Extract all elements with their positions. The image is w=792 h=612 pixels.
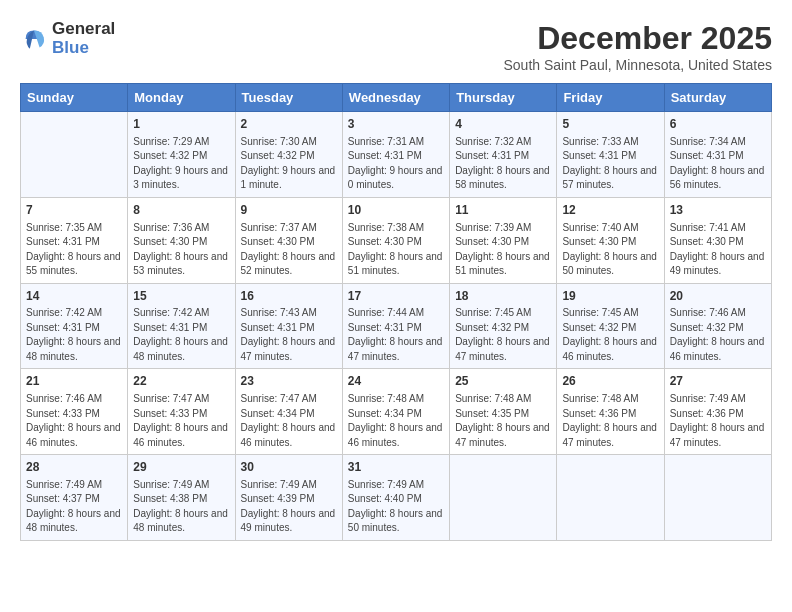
day-number: 20 <box>670 288 766 305</box>
calendar-week-row: 14Sunrise: 7:42 AMSunset: 4:31 PMDayligh… <box>21 283 772 369</box>
calendar-cell: 12Sunrise: 7:40 AMSunset: 4:30 PMDayligh… <box>557 197 664 283</box>
day-number: 4 <box>455 116 551 133</box>
day-number: 21 <box>26 373 122 390</box>
calendar-header: SundayMondayTuesdayWednesdayThursdayFrid… <box>21 84 772 112</box>
calendar-cell: 21Sunrise: 7:46 AMSunset: 4:33 PMDayligh… <box>21 369 128 455</box>
calendar-cell: 27Sunrise: 7:49 AMSunset: 4:36 PMDayligh… <box>664 369 771 455</box>
calendar-day-header: Friday <box>557 84 664 112</box>
calendar-title-block: December 2025 South Saint Paul, Minnesot… <box>504 20 773 73</box>
day-number: 26 <box>562 373 658 390</box>
day-number: 3 <box>348 116 444 133</box>
day-number: 23 <box>241 373 337 390</box>
logo-line1: General <box>52 20 115 39</box>
calendar-cell: 24Sunrise: 7:48 AMSunset: 4:34 PMDayligh… <box>342 369 449 455</box>
day-info: Sunrise: 7:37 AMSunset: 4:30 PMDaylight:… <box>241 221 337 279</box>
day-info: Sunrise: 7:48 AMSunset: 4:35 PMDaylight:… <box>455 392 551 450</box>
day-info: Sunrise: 7:48 AMSunset: 4:34 PMDaylight:… <box>348 392 444 450</box>
calendar-cell: 20Sunrise: 7:46 AMSunset: 4:32 PMDayligh… <box>664 283 771 369</box>
day-number: 6 <box>670 116 766 133</box>
calendar-cell: 11Sunrise: 7:39 AMSunset: 4:30 PMDayligh… <box>450 197 557 283</box>
calendar-table: SundayMondayTuesdayWednesdayThursdayFrid… <box>20 83 772 541</box>
day-number: 19 <box>562 288 658 305</box>
calendar-cell: 14Sunrise: 7:42 AMSunset: 4:31 PMDayligh… <box>21 283 128 369</box>
day-number: 1 <box>133 116 229 133</box>
day-info: Sunrise: 7:46 AMSunset: 4:33 PMDaylight:… <box>26 392 122 450</box>
calendar-title: December 2025 <box>504 20 773 57</box>
day-info: Sunrise: 7:35 AMSunset: 4:31 PMDaylight:… <box>26 221 122 279</box>
day-number: 13 <box>670 202 766 219</box>
day-info: Sunrise: 7:39 AMSunset: 4:30 PMDaylight:… <box>455 221 551 279</box>
day-info: Sunrise: 7:33 AMSunset: 4:31 PMDaylight:… <box>562 135 658 193</box>
calendar-day-header: Saturday <box>664 84 771 112</box>
calendar-cell: 10Sunrise: 7:38 AMSunset: 4:30 PMDayligh… <box>342 197 449 283</box>
day-info: Sunrise: 7:38 AMSunset: 4:30 PMDaylight:… <box>348 221 444 279</box>
day-number: 10 <box>348 202 444 219</box>
day-number: 11 <box>455 202 551 219</box>
day-number: 14 <box>26 288 122 305</box>
calendar-subtitle: South Saint Paul, Minnesota, United Stat… <box>504 57 773 73</box>
day-number: 16 <box>241 288 337 305</box>
day-info: Sunrise: 7:43 AMSunset: 4:31 PMDaylight:… <box>241 306 337 364</box>
calendar-cell: 4Sunrise: 7:32 AMSunset: 4:31 PMDaylight… <box>450 112 557 198</box>
day-info: Sunrise: 7:48 AMSunset: 4:36 PMDaylight:… <box>562 392 658 450</box>
day-number: 18 <box>455 288 551 305</box>
calendar-day-header: Tuesday <box>235 84 342 112</box>
calendar-day-header: Sunday <box>21 84 128 112</box>
day-info: Sunrise: 7:49 AMSunset: 4:40 PMDaylight:… <box>348 478 444 536</box>
day-info: Sunrise: 7:49 AMSunset: 4:38 PMDaylight:… <box>133 478 229 536</box>
day-info: Sunrise: 7:49 AMSunset: 4:36 PMDaylight:… <box>670 392 766 450</box>
day-info: Sunrise: 7:29 AMSunset: 4:32 PMDaylight:… <box>133 135 229 193</box>
day-number: 27 <box>670 373 766 390</box>
day-number: 30 <box>241 459 337 476</box>
calendar-cell: 7Sunrise: 7:35 AMSunset: 4:31 PMDaylight… <box>21 197 128 283</box>
calendar-cell: 13Sunrise: 7:41 AMSunset: 4:30 PMDayligh… <box>664 197 771 283</box>
calendar-cell: 5Sunrise: 7:33 AMSunset: 4:31 PMDaylight… <box>557 112 664 198</box>
day-info: Sunrise: 7:42 AMSunset: 4:31 PMDaylight:… <box>26 306 122 364</box>
day-number: 8 <box>133 202 229 219</box>
day-number: 29 <box>133 459 229 476</box>
calendar-cell: 8Sunrise: 7:36 AMSunset: 4:30 PMDaylight… <box>128 197 235 283</box>
calendar-week-row: 1Sunrise: 7:29 AMSunset: 4:32 PMDaylight… <box>21 112 772 198</box>
day-info: Sunrise: 7:47 AMSunset: 4:34 PMDaylight:… <box>241 392 337 450</box>
day-number: 12 <box>562 202 658 219</box>
calendar-cell: 30Sunrise: 7:49 AMSunset: 4:39 PMDayligh… <box>235 455 342 541</box>
page-header: General Blue December 2025 South Saint P… <box>20 20 772 73</box>
calendar-week-row: 28Sunrise: 7:49 AMSunset: 4:37 PMDayligh… <box>21 455 772 541</box>
logo-icon <box>20 25 48 53</box>
day-info: Sunrise: 7:30 AMSunset: 4:32 PMDaylight:… <box>241 135 337 193</box>
calendar-cell: 19Sunrise: 7:45 AMSunset: 4:32 PMDayligh… <box>557 283 664 369</box>
calendar-cell: 28Sunrise: 7:49 AMSunset: 4:37 PMDayligh… <box>21 455 128 541</box>
calendar-cell: 23Sunrise: 7:47 AMSunset: 4:34 PMDayligh… <box>235 369 342 455</box>
calendar-cell <box>450 455 557 541</box>
day-info: Sunrise: 7:41 AMSunset: 4:30 PMDaylight:… <box>670 221 766 279</box>
calendar-cell: 15Sunrise: 7:42 AMSunset: 4:31 PMDayligh… <box>128 283 235 369</box>
day-number: 31 <box>348 459 444 476</box>
day-number: 2 <box>241 116 337 133</box>
calendar-week-row: 21Sunrise: 7:46 AMSunset: 4:33 PMDayligh… <box>21 369 772 455</box>
calendar-cell: 16Sunrise: 7:43 AMSunset: 4:31 PMDayligh… <box>235 283 342 369</box>
calendar-cell <box>664 455 771 541</box>
day-number: 17 <box>348 288 444 305</box>
logo: General Blue <box>20 20 115 57</box>
calendar-cell: 2Sunrise: 7:30 AMSunset: 4:32 PMDaylight… <box>235 112 342 198</box>
calendar-cell: 3Sunrise: 7:31 AMSunset: 4:31 PMDaylight… <box>342 112 449 198</box>
day-number: 7 <box>26 202 122 219</box>
day-info: Sunrise: 7:49 AMSunset: 4:39 PMDaylight:… <box>241 478 337 536</box>
day-info: Sunrise: 7:32 AMSunset: 4:31 PMDaylight:… <box>455 135 551 193</box>
day-info: Sunrise: 7:44 AMSunset: 4:31 PMDaylight:… <box>348 306 444 364</box>
day-info: Sunrise: 7:31 AMSunset: 4:31 PMDaylight:… <box>348 135 444 193</box>
logo-line2: Blue <box>52 39 115 58</box>
calendar-cell: 25Sunrise: 7:48 AMSunset: 4:35 PMDayligh… <box>450 369 557 455</box>
day-number: 25 <box>455 373 551 390</box>
calendar-cell: 6Sunrise: 7:34 AMSunset: 4:31 PMDaylight… <box>664 112 771 198</box>
day-info: Sunrise: 7:40 AMSunset: 4:30 PMDaylight:… <box>562 221 658 279</box>
day-info: Sunrise: 7:46 AMSunset: 4:32 PMDaylight:… <box>670 306 766 364</box>
calendar-day-header: Thursday <box>450 84 557 112</box>
day-number: 15 <box>133 288 229 305</box>
day-info: Sunrise: 7:47 AMSunset: 4:33 PMDaylight:… <box>133 392 229 450</box>
calendar-cell: 18Sunrise: 7:45 AMSunset: 4:32 PMDayligh… <box>450 283 557 369</box>
day-info: Sunrise: 7:34 AMSunset: 4:31 PMDaylight:… <box>670 135 766 193</box>
calendar-cell: 26Sunrise: 7:48 AMSunset: 4:36 PMDayligh… <box>557 369 664 455</box>
calendar-day-header: Monday <box>128 84 235 112</box>
day-number: 28 <box>26 459 122 476</box>
